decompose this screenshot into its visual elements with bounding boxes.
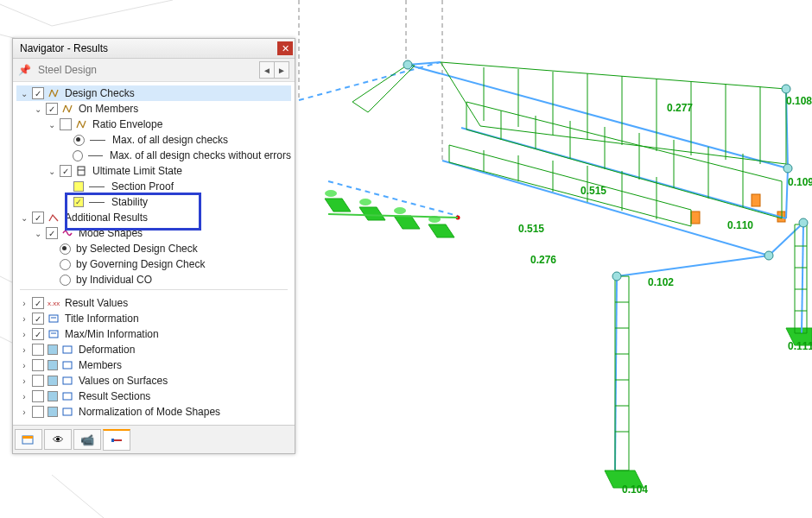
checkbox[interactable]: ✓ bbox=[73, 197, 84, 207]
svg-text:x.xx: x.xx bbox=[48, 300, 60, 307]
expander-icon[interactable]: ⌄ bbox=[20, 213, 29, 223]
checkbox[interactable] bbox=[73, 181, 84, 192]
panel-toolbar: 📌 Steel Design ◄ ► bbox=[13, 59, 295, 82]
svg-point-72 bbox=[764, 251, 773, 260]
checkbox[interactable] bbox=[32, 375, 44, 387]
radio[interactable] bbox=[73, 135, 85, 146]
expander-icon[interactable]: › bbox=[20, 345, 29, 355]
checkbox[interactable] bbox=[32, 359, 44, 371]
vp-label: 0.515 bbox=[580, 185, 606, 197]
svg-rect-19 bbox=[691, 212, 700, 224]
tab-visibility[interactable]: 👁 bbox=[44, 429, 72, 450]
tree-item-uls[interactable]: ⌄ Ultimate Limit State bbox=[16, 163, 291, 179]
svg-line-33 bbox=[769, 223, 803, 256]
checkbox[interactable] bbox=[32, 313, 44, 325]
tree-item-members[interactable]: › Members bbox=[16, 357, 291, 373]
checkbox[interactable] bbox=[32, 344, 44, 356]
results-icon bbox=[48, 212, 60, 224]
panel-titlebar[interactable]: Navigator - Results ✕ bbox=[13, 39, 295, 59]
tree-item-mode-shapes[interactable]: ⌄ Mode Shapes bbox=[16, 225, 291, 241]
svg-marker-12 bbox=[428, 224, 454, 237]
tree-item-by-individual-co[interactable]: by Individual CO bbox=[16, 272, 291, 287]
expander-icon[interactable]: ⌄ bbox=[34, 104, 42, 114]
tree-item-stability[interactable]: ✓ Stability bbox=[16, 194, 291, 210]
tree-item-title-information[interactable]: › Title Information bbox=[16, 311, 291, 326]
pin-icon[interactable]: 📌 bbox=[18, 64, 31, 76]
radio[interactable] bbox=[60, 275, 71, 286]
expander-icon[interactable]: › bbox=[20, 361, 29, 370]
checkbox[interactable] bbox=[60, 118, 72, 130]
svg-point-17 bbox=[394, 207, 406, 214]
svg-marker-9 bbox=[325, 199, 351, 212]
vp-label: 0.109 bbox=[788, 176, 812, 188]
tree-item-by-governing[interactable]: by Governing Design Check bbox=[16, 256, 291, 272]
next-button[interactable]: ► bbox=[275, 61, 289, 79]
color-swatch bbox=[48, 360, 58, 370]
tree-item-max-no-errors[interactable]: Max. of all design checks without errors bbox=[16, 148, 291, 163]
beam-icon bbox=[61, 103, 73, 115]
dash-icon bbox=[89, 186, 105, 187]
svg-line-74 bbox=[328, 214, 458, 218]
tree-item-maxmin-information[interactable]: › Max/Min Information bbox=[16, 326, 291, 342]
expander-icon[interactable]: ⌄ bbox=[34, 229, 42, 238]
svg-rect-20 bbox=[752, 194, 760, 206]
sections-icon bbox=[61, 390, 73, 402]
svg-rect-84 bbox=[63, 377, 72, 384]
expander-icon[interactable]: ⌄ bbox=[48, 167, 56, 176]
vp-label: 0.102 bbox=[648, 276, 674, 288]
expander-icon[interactable]: › bbox=[20, 407, 29, 417]
values-icon: x.xx bbox=[48, 297, 60, 309]
checkbox[interactable] bbox=[32, 297, 44, 309]
result-diagrams bbox=[352, 62, 807, 471]
navigator-panel: Navigator - Results ✕ 📌 Steel Design ◄ ►… bbox=[12, 38, 295, 454]
radio[interactable] bbox=[60, 243, 71, 255]
checkbox[interactable] bbox=[32, 390, 44, 402]
design-type-combo[interactable]: Steel Design bbox=[36, 64, 254, 76]
checkbox[interactable] bbox=[32, 406, 44, 418]
checkbox[interactable] bbox=[32, 212, 44, 224]
members-icon bbox=[61, 359, 73, 371]
radio[interactable] bbox=[60, 259, 71, 270]
checkbox[interactable] bbox=[46, 103, 58, 115]
tree-item-values-on-surfaces[interactable]: › Values on Surfaces bbox=[16, 373, 291, 388]
expander-icon[interactable]: › bbox=[20, 392, 29, 401]
tree-item-ratio-envelope[interactable]: ⌄ Ratio Envelope bbox=[16, 117, 291, 132]
svg-point-69 bbox=[783, 164, 792, 173]
tree-item-deformation[interactable]: › Deformation bbox=[16, 342, 291, 357]
tab-camera[interactable]: 📹 bbox=[73, 429, 101, 450]
radio[interactable] bbox=[73, 150, 83, 161]
svg-point-71 bbox=[799, 218, 808, 227]
expander-icon[interactable]: › bbox=[20, 330, 29, 339]
tree-item-on-members[interactable]: ⌄ On Members bbox=[16, 101, 291, 117]
expander-icon[interactable]: › bbox=[20, 299, 29, 308]
tree-item-design-checks[interactable]: ⌄ Design Checks bbox=[16, 85, 291, 101]
checkbox[interactable] bbox=[60, 165, 72, 177]
expander-icon[interactable]: › bbox=[20, 376, 29, 386]
expander-icon[interactable]: ⌄ bbox=[48, 120, 56, 130]
tree-item-section-proof[interactable]: Section Proof bbox=[16, 179, 291, 194]
tree-item-max-all[interactable]: Max. of all design checks bbox=[16, 132, 291, 148]
normalization-icon bbox=[61, 406, 73, 418]
checkbox[interactable] bbox=[32, 87, 44, 99]
svg-rect-78 bbox=[49, 315, 58, 322]
svg-point-70 bbox=[612, 272, 621, 281]
svg-point-16 bbox=[359, 199, 371, 205]
tree-item-normalization[interactable]: › Normalization of Mode Shapes bbox=[16, 404, 291, 420]
tree-item-result-sections[interactable]: › Result Sections bbox=[16, 388, 291, 404]
tree-item-by-selected[interactable]: by Selected Design Check bbox=[16, 241, 291, 256]
svg-rect-86 bbox=[63, 408, 72, 415]
panel-tabbar: 👁 📹 bbox=[13, 425, 295, 453]
prev-button[interactable]: ◄ bbox=[259, 61, 275, 79]
tab-display[interactable] bbox=[15, 429, 42, 450]
expander-icon[interactable]: › bbox=[20, 314, 29, 324]
tab-results[interactable] bbox=[103, 429, 130, 451]
expander-icon[interactable]: ⌄ bbox=[20, 89, 29, 98]
svg-line-26 bbox=[442, 161, 769, 256]
deformation-icon bbox=[61, 344, 73, 356]
results-tree[interactable]: ⌄ Design Checks ⌄ On Members ⌄ Ratio Env… bbox=[13, 82, 295, 425]
checkbox[interactable] bbox=[32, 328, 44, 340]
close-button[interactable]: ✕ bbox=[277, 41, 293, 55]
tree-item-result-values[interactable]: › x.xx Result Values bbox=[16, 295, 291, 311]
checkbox[interactable] bbox=[46, 227, 58, 239]
tree-item-additional-results[interactable]: ⌄ Additional Results bbox=[16, 210, 291, 225]
